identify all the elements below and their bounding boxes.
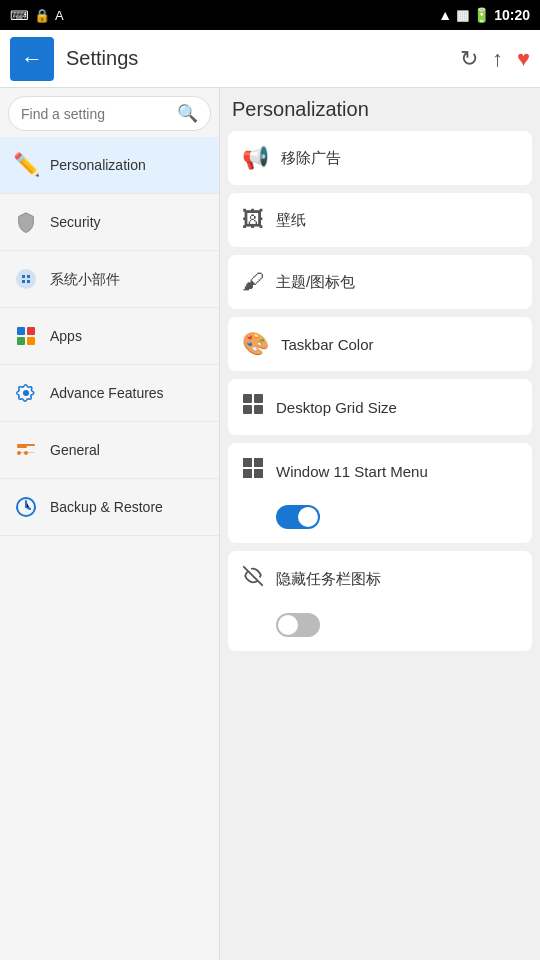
wifi-icon: ▲ [438,7,452,23]
time-display: 10:20 [494,7,530,23]
setting-card-win11[interactable]: Window 11 Start Menu [228,443,532,543]
sidebar-label-personalization: Personalization [50,156,146,174]
svg-rect-16 [243,458,252,467]
sidebar-item-widgets[interactable]: 系统小部件 [0,251,219,308]
setting-card-taskbar-color[interactable]: 🎨 Taskbar Color [228,317,532,371]
share-icon[interactable]: ↑ [492,46,503,72]
hide-taskbar-toggle-switch[interactable] [276,613,320,637]
search-icon: 🔍 [177,103,198,124]
sidebar: 🔍 ✏️ Personalization Security [0,88,220,960]
wallpaper-label: 壁纸 [276,211,518,230]
grid-size-label: Desktop Grid Size [276,399,518,416]
status-right-icons: ▲ ▦ 🔋 10:20 [438,7,530,23]
status-bar: ⌨ 🔒 A ▲ ▦ 🔋 10:20 [0,0,540,30]
sidebar-item-backup-restore[interactable]: Backup & Restore [0,479,219,536]
svg-rect-2 [27,327,35,335]
hide-taskbar-toggle-knob [278,615,298,635]
taskbar-color-label: Taskbar Color [281,336,518,353]
sidebar-label-advance: Advance Features [50,384,164,402]
sidebar-label-general: General [50,441,100,459]
apps-icon [12,322,40,350]
refresh-icon[interactable]: ↻ [460,46,478,72]
svg-rect-3 [17,337,25,345]
svg-rect-1 [17,327,25,335]
sidebar-item-personalization[interactable]: ✏️ Personalization [0,137,219,194]
win11-toggle-row: Window 11 Start Menu [242,457,518,485]
svg-rect-18 [243,469,252,478]
svg-rect-6 [17,444,35,446]
hide-taskbar-toggle-row: 隐藏任务栏图标 [242,565,518,593]
header-actions: ↻ ↑ ♥ [460,46,530,72]
setting-card-remove-ads[interactable]: 📢 移除广告 [228,131,532,185]
grid-icon [242,393,264,421]
win11-toggle-area[interactable] [242,505,320,529]
font-icon: A [55,8,64,23]
wallpaper-icon: 🖼 [242,207,264,233]
header-title: Settings [66,47,448,70]
setting-card-theme[interactable]: 🖌 主题/图标包 [228,255,532,309]
taskbar-color-icon: 🎨 [242,331,269,357]
win11-icon [242,457,264,485]
svg-point-5 [23,390,29,396]
setting-card-wallpaper[interactable]: 🖼 壁纸 [228,193,532,247]
main-layout: 🔍 ✏️ Personalization Security [0,88,540,960]
general-icon [12,436,40,464]
svg-rect-4 [27,337,35,345]
hide-taskbar-label: 隐藏任务栏图标 [276,570,518,589]
back-arrow-icon: ← [21,48,43,70]
sidebar-item-security[interactable]: Security [0,194,219,251]
svg-rect-7 [17,446,27,448]
win11-toggle-switch[interactable] [276,505,320,529]
sidebar-item-advance-features[interactable]: Advance Features [0,365,219,422]
content-title: Personalization [228,98,532,121]
search-bar[interactable]: 🔍 [8,96,211,131]
hide-taskbar-toggle-area[interactable] [242,613,320,637]
back-button[interactable]: ← [10,37,54,81]
sidebar-label-backup: Backup & Restore [50,498,163,516]
svg-rect-15 [254,405,263,414]
svg-rect-17 [254,458,263,467]
lock-icon: 🔒 [34,8,50,23]
header: ← Settings ↻ ↑ ♥ [0,30,540,88]
pencil-icon: ✏️ [12,151,40,179]
sidebar-item-general[interactable]: General [0,422,219,479]
widget-icon [12,265,40,293]
win11-toggle-knob [298,507,318,527]
remove-ads-label: 移除广告 [281,149,518,168]
remove-ads-icon: 📢 [242,145,269,171]
status-left-icons: ⌨ 🔒 A [10,8,64,23]
theme-icon: 🖌 [242,269,264,295]
svg-rect-14 [243,405,252,414]
svg-rect-19 [254,469,263,478]
svg-rect-10 [18,452,34,453]
keyboard-icon: ⌨ [10,8,29,23]
shield-icon [12,208,40,236]
sidebar-label-apps: Apps [50,327,82,345]
gear-adv-icon [12,379,40,407]
win11-label: Window 11 Start Menu [276,463,518,480]
battery-icon: 🔋 [473,7,490,23]
backup-icon [12,493,40,521]
svg-point-0 [16,269,36,289]
svg-rect-13 [254,394,263,403]
sidebar-item-apps[interactable]: Apps [0,308,219,365]
setting-card-grid-size[interactable]: Desktop Grid Size [228,379,532,435]
svg-rect-12 [243,394,252,403]
sidebar-label-widgets: 系统小部件 [50,270,120,288]
signal-icon: ▦ [456,7,469,23]
sidebar-label-security: Security [50,213,101,231]
setting-card-hide-taskbar[interactable]: 隐藏任务栏图标 [228,551,532,651]
content-area: Personalization 📢 移除广告 🖼 壁纸 🖌 主题/图标包 🎨 T… [220,88,540,960]
search-input[interactable] [21,106,169,122]
hide-icon [242,565,264,593]
theme-label: 主题/图标包 [276,273,518,292]
heart-icon[interactable]: ♥ [517,46,530,72]
